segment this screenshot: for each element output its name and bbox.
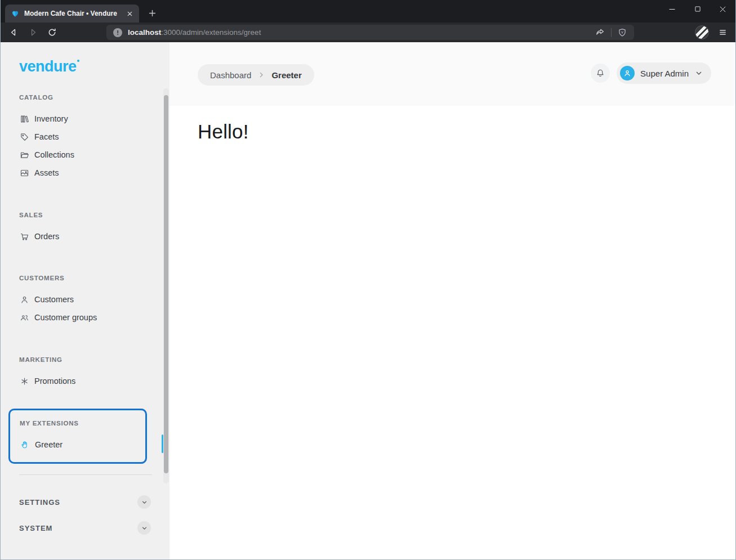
brave-shield-icon[interactable] bbox=[617, 28, 627, 38]
marketing-section: MARKETING Promotions bbox=[1, 355, 169, 390]
image-icon bbox=[20, 168, 29, 178]
url-text: localhost:3000/admin/extensions/greet bbox=[128, 28, 589, 37]
user-icon bbox=[20, 295, 29, 304]
browser-window: Modern Cafe Chair • Vendure bbox=[0, 0, 736, 560]
users-icon bbox=[20, 313, 29, 322]
page-header: Dashboard Greeter bbox=[169, 42, 735, 106]
reload-icon[interactable] bbox=[46, 26, 58, 39]
folder-icon bbox=[20, 150, 29, 160]
vendure-logo[interactable]: vendure bbox=[19, 58, 79, 75]
toolbar-separator bbox=[611, 28, 612, 37]
window-controls bbox=[659, 0, 735, 18]
sidebar-item-greeter[interactable]: Greeter bbox=[10, 436, 145, 454]
greeting-heading: Hello! bbox=[198, 120, 735, 143]
sidebar-scrollbar-thumb[interactable] bbox=[164, 95, 168, 473]
sidebar-divider bbox=[19, 474, 152, 475]
chevron-down-icon[interactable] bbox=[137, 521, 151, 535]
sidebar-item-promotions[interactable]: Promotions bbox=[1, 372, 169, 390]
tab-title: Modern Cafe Chair • Vendure bbox=[24, 10, 120, 17]
sidebar-section-settings[interactable]: SETTINGS bbox=[1, 492, 169, 512]
section-header-catalog: CATALOG bbox=[19, 93, 169, 102]
section-header-marketing: MARKETING bbox=[19, 355, 169, 364]
system-label: SYSTEM bbox=[19, 524, 52, 532]
site-info-icon[interactable]: ! bbox=[113, 28, 122, 37]
customers-section: CUSTOMERS Customers Customer groups bbox=[1, 274, 169, 326]
url-path: :3000/admin/extensions/greet bbox=[161, 28, 261, 37]
chevron-right-icon bbox=[257, 70, 266, 79]
my-extensions-box: MY EXTENSIONS Greeter bbox=[8, 409, 147, 464]
asterisk-icon bbox=[20, 377, 29, 386]
tab-close-icon[interactable] bbox=[124, 8, 135, 19]
section-header-sales: SALES bbox=[19, 210, 169, 219]
new-tab-button[interactable] bbox=[145, 6, 159, 20]
settings-label: SETTINGS bbox=[19, 498, 60, 507]
sidebar-item-label: Customer groups bbox=[34, 313, 97, 322]
share-icon[interactable] bbox=[595, 27, 605, 38]
tag-icon bbox=[20, 132, 29, 142]
minimize-button[interactable] bbox=[659, 0, 685, 18]
breadcrumb-dashboard-link[interactable]: Dashboard bbox=[210, 70, 251, 80]
sidebar-item-orders[interactable]: Orders bbox=[1, 227, 169, 245]
main-area: Dashboard Greeter bbox=[169, 42, 735, 559]
user-avatar-icon bbox=[620, 66, 635, 80]
sidebar-item-collections[interactable]: Collections bbox=[1, 146, 169, 164]
notifications-button[interactable] bbox=[591, 64, 610, 83]
sidebar-item-inventory[interactable]: Inventory bbox=[1, 110, 169, 128]
back-icon[interactable] bbox=[7, 26, 20, 39]
sidebar-item-customer-groups[interactable]: Customer groups bbox=[1, 308, 169, 326]
sidebar-item-label: Greeter bbox=[35, 440, 63, 449]
sidebar-item-label: Orders bbox=[34, 232, 59, 241]
bell-icon bbox=[595, 68, 605, 78]
user-name: Super Admin bbox=[640, 69, 689, 78]
sidebar-item-facets[interactable]: Facets bbox=[1, 128, 169, 146]
chevron-down-icon[interactable] bbox=[137, 495, 151, 509]
breadcrumb-current[interactable]: Greeter bbox=[271, 70, 301, 80]
inventory-icon bbox=[20, 114, 29, 124]
sidebar-item-label: Assets bbox=[34, 168, 59, 177]
profile-avatar[interactable] bbox=[695, 25, 709, 39]
vendure-logo-text: vendure bbox=[19, 58, 77, 75]
sidebar-item-label: Customers bbox=[34, 295, 74, 304]
sales-section: SALES Orders bbox=[1, 210, 169, 245]
maximize-button[interactable] bbox=[685, 0, 710, 18]
browser-toolbar: ! localhost:3000/admin/extensions/greet bbox=[1, 23, 735, 42]
sidebar-item-label: Inventory bbox=[34, 114, 68, 123]
sidebar-item-customers[interactable]: Customers bbox=[1, 290, 169, 308]
catalog-section: CATALOG Inventory Facets bbox=[1, 93, 169, 182]
user-menu-button[interactable]: Super Admin bbox=[617, 62, 711, 84]
close-window-button[interactable] bbox=[710, 0, 735, 18]
page-content: Hello! bbox=[169, 106, 735, 559]
browser-tab[interactable]: Modern Cafe Chair • Vendure bbox=[5, 5, 139, 23]
vendure-favicon-icon bbox=[11, 9, 20, 18]
sidebar-scrollbar bbox=[163, 88, 169, 483]
sidebar-section-system[interactable]: SYSTEM bbox=[1, 518, 169, 537]
sidebar-item-label: Promotions bbox=[34, 377, 75, 386]
hand-icon bbox=[20, 440, 30, 450]
menu-icon[interactable] bbox=[718, 28, 728, 37]
sidebar-item-label: Facets bbox=[34, 132, 59, 141]
sidebar-item-assets[interactable]: Assets bbox=[1, 164, 169, 182]
cart-icon bbox=[20, 232, 29, 241]
url-host: localhost bbox=[128, 28, 161, 37]
section-header-customers: CUSTOMERS bbox=[19, 274, 169, 283]
logo-trademark-dot bbox=[77, 60, 79, 62]
url-bar[interactable]: ! localhost:3000/admin/extensions/greet bbox=[106, 25, 634, 40]
sidebar: vendure CATALOG Inventory Facets bbox=[1, 42, 169, 559]
forward-icon[interactable] bbox=[26, 26, 39, 39]
section-header-my-extensions: MY EXTENSIONS bbox=[20, 419, 145, 428]
chevron-down-icon bbox=[694, 69, 703, 78]
breadcrumb: Dashboard Greeter bbox=[198, 64, 314, 86]
browser-titlebar: Modern Cafe Chair • Vendure bbox=[1, 0, 735, 23]
sidebar-item-label: Collections bbox=[34, 150, 74, 159]
